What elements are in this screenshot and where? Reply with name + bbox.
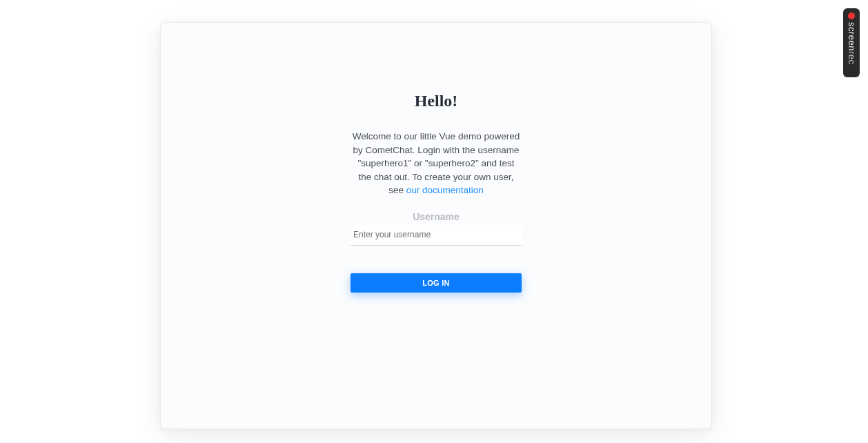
username-label: Username [351,211,522,222]
screenrec-label-screen: screen [847,22,857,51]
screenrec-label: screenrec [847,22,857,65]
login-card: Hello! Welcome to our little Vue demo po… [160,22,712,429]
username-input[interactable] [351,225,522,246]
screenrec-overlay[interactable]: screenrec [843,8,860,77]
record-icon [848,12,855,19]
documentation-link[interactable]: our documentation [406,185,484,195]
screenrec-label-rec: rec [847,51,857,65]
login-content: Hello! Welcome to our little Vue demo po… [351,92,522,293]
description-text: Welcome to our little Vue demo powered b… [351,130,522,197]
page-title: Hello! [351,92,522,110]
login-button[interactable]: LOG IN [351,273,522,293]
